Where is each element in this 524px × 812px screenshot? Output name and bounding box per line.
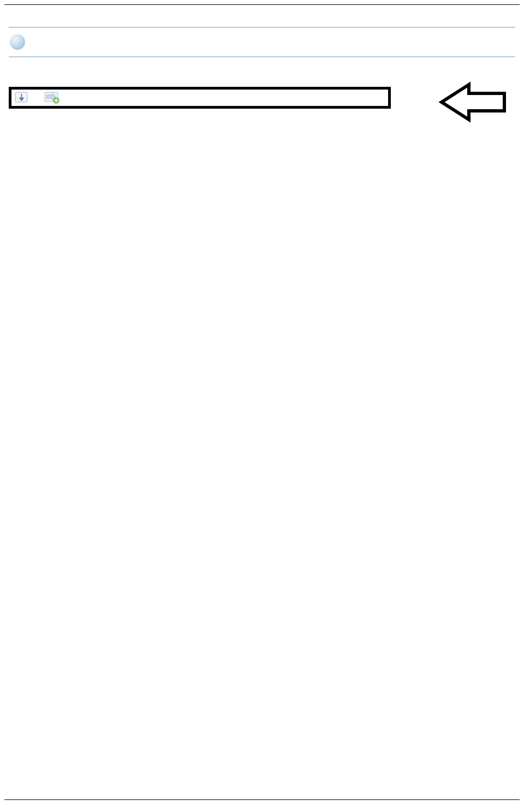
info-icon (10, 34, 25, 50)
document-footer (4, 799, 520, 802)
highlight-row (9, 85, 515, 114)
mirror-icon (44, 92, 61, 104)
info-box (9, 27, 515, 57)
arrow-icon (422, 80, 510, 124)
highlight-box (9, 87, 391, 109)
document-content (4, 27, 520, 112)
download-icon (15, 92, 30, 104)
document-header (4, 3, 520, 5)
